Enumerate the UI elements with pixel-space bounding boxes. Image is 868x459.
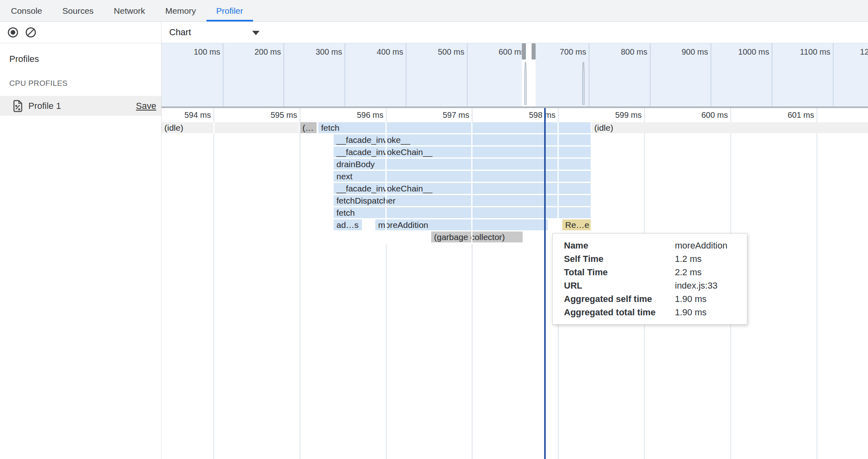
chevron-down-icon (252, 31, 260, 35)
flame-bar--[interactable]: (… (300, 122, 317, 133)
flame-bar--facade-invokechain-[interactable]: __facade_invokeChain__ (334, 147, 591, 157)
tab-network[interactable]: Network (104, 0, 155, 21)
devtools-window: ConsoleSourcesNetworkMemoryProfiler Prof… (0, 0, 868, 459)
overview-tick-label: 800 ms (595, 47, 647, 57)
ruler-tick-label: 595 ms (245, 110, 297, 120)
overview-tick-label: 100 ms (168, 47, 220, 57)
tab-sources[interactable]: Sources (53, 0, 103, 21)
overview-tick-label: 400 ms (351, 47, 403, 57)
overview-gridline (406, 43, 406, 106)
flame-bar--facade-invokechain-[interactable]: __facade_invokeChain__ (334, 183, 591, 194)
cpu-profiles-section-heading: CPU PROFILES (9, 79, 161, 88)
ruler-tick-label: 600 ms (675, 110, 728, 120)
tab-profiler[interactable]: Profiler (206, 0, 253, 21)
profiler-toolbar: Chart (162, 22, 868, 43)
overview-tick-label: 700 ms (534, 47, 586, 57)
flame-chart-area: 594 ms595 ms596 ms597 ms598 ms599 ms600 … (162, 108, 868, 459)
detail-gridline (817, 108, 817, 459)
view-mode-select[interactable]: Chart (169, 22, 266, 43)
save-profile-link[interactable]: Save (136, 101, 156, 111)
flame-bar-fetch[interactable]: fetch (318, 122, 591, 133)
tooltip-label: Self Time (564, 252, 675, 266)
tooltip-value: 1.90 ms (675, 292, 747, 306)
tooltip-row: Aggregated total time1.90 ms (553, 306, 747, 319)
detail-gridline (300, 108, 300, 459)
sidebar-toolbar (0, 22, 161, 43)
sidebar-item-profile-1[interactable]: Profile 1 Save (0, 96, 161, 116)
flame-bar--idle-[interactable]: (idle) (591, 122, 868, 133)
current-time-marker (544, 108, 546, 459)
tooltip-value: moreAddition (675, 239, 747, 252)
tooltip-row: Total Time2.2 ms (553, 266, 747, 279)
tooltip-row: Aggregated self time1.90 ms (553, 292, 747, 306)
flame-bar-moreaddition[interactable]: moreAddition (375, 219, 548, 230)
timeline-overview[interactable]: 100 ms200 ms300 ms400 ms500 ms600 ms700 … (162, 43, 868, 108)
cpu-activity-spike (523, 60, 528, 106)
overview-gridline (345, 43, 345, 106)
flame-bar-ad-s[interactable]: ad…s (334, 219, 362, 230)
overview-tick-label: 500 ms (412, 47, 464, 57)
overview-gridline (650, 43, 651, 106)
devtools-tab-bar: ConsoleSourcesNetworkMemoryProfiler (0, 0, 868, 22)
overview-tick-label: 1000 ms (717, 47, 769, 57)
overview-gridline (589, 43, 589, 106)
overview-tick-label: 1200 ms (838, 47, 868, 57)
flame-bar-fetch[interactable]: fetch (334, 207, 591, 218)
flame-bar--idle-[interactable]: (idle) (162, 122, 299, 133)
flame-bar-re-e[interactable]: Re…e (562, 219, 591, 230)
overview-gridline (467, 43, 468, 106)
tooltip-label: Total Time (564, 266, 675, 279)
selection-handle-right[interactable] (532, 43, 536, 60)
overview-tick-label: 900 ms (655, 47, 708, 57)
tab-console[interactable]: Console (1, 0, 52, 21)
profile-name: Profile 1 (28, 101, 136, 111)
flame-bar--facade-invoke-[interactable]: __facade_invoke__ (334, 134, 591, 145)
overview-tick-label: 200 ms (228, 47, 281, 57)
tooltip-row: Self Time1.2 ms (553, 252, 747, 266)
overview-tick-label: 600 ms (472, 47, 525, 57)
tooltip-label: Aggregated total time (564, 306, 675, 319)
ruler-tick-label: 596 ms (331, 110, 383, 120)
tooltip-label: Name (564, 239, 675, 252)
tooltip-value: 1.90 ms (675, 306, 747, 319)
ruler-tick-label: 594 ms (162, 110, 211, 120)
tooltip-value: 1.2 ms (675, 252, 747, 266)
clear-profiles-icon[interactable] (25, 27, 36, 38)
tooltip-value: 2.2 ms (675, 266, 747, 279)
overview-gridline (223, 43, 223, 106)
overview-gridline (833, 43, 834, 106)
detail-gridline (213, 108, 214, 459)
tooltip-label: URL (564, 279, 675, 292)
overview-tick-label: 300 ms (289, 47, 342, 57)
gridline-overlay (557, 122, 559, 244)
ruler-tick-label: 597 ms (417, 110, 469, 120)
tooltip-value: index.js:33 (675, 279, 747, 292)
gridline-overlay (471, 122, 472, 244)
ruler-tick-label: 601 ms (762, 110, 814, 120)
tooltip-label: Aggregated self time (564, 292, 675, 306)
gridline-overlay (213, 122, 215, 134)
tooltip-row: NamemoreAddition (553, 239, 747, 252)
overview-gridline (772, 43, 772, 106)
overview-gridline (283, 43, 284, 106)
overview-tick-label: 1100 ms (778, 47, 830, 57)
frame-details-tooltip: NamemoreAdditionSelf Time1.2 msTotal Tim… (552, 233, 747, 325)
cpu-profile-document-icon (13, 100, 23, 112)
flame-bar-drainbody[interactable]: drainBody (334, 159, 591, 170)
flame-bar-next[interactable]: next (334, 171, 591, 182)
profiles-heading: Profiles (9, 54, 161, 64)
selection-handle-left[interactable] (522, 43, 526, 60)
tab-memory[interactable]: Memory (155, 0, 206, 21)
profiles-sidebar: Profiles CPU PROFILES Profile 1 Save (0, 22, 161, 459)
flame-bar-fetchdispatcher[interactable]: fetchDispatcher (334, 195, 591, 206)
flame-bar--garbage-collector-[interactable]: (garbage collector) (431, 232, 523, 242)
gridline-overlay (385, 122, 387, 244)
profiler-main-panel: Chart 100 ms200 ms300 ms400 ms500 ms600 … (161, 22, 868, 459)
record-profile-icon[interactable] (7, 27, 19, 38)
tooltip-row: URLindex.js:33 (553, 279, 747, 292)
overview-gridline (711, 43, 711, 106)
ruler-tick-label: 599 ms (589, 110, 642, 120)
ruler-tick-label: 598 ms (503, 110, 555, 120)
cpu-activity-spike (581, 60, 585, 106)
